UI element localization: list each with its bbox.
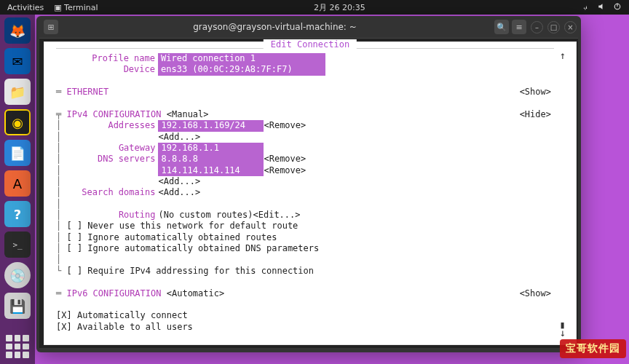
checkbox-ignore-dns[interactable]: [ ] [66,243,87,254]
nmtui-edit-connection: ↑ Edit Connection Profile name Wired con… [44,41,577,345]
dialog-title: Edit Connection [264,39,357,50]
ethernet-section: ETHERNET [66,87,108,98]
dns-remove-1[interactable]: <Remove> [264,165,306,176]
close-button[interactable]: × [564,21,577,33]
thunderbird-icon[interactable]: ✉ [4,48,31,74]
scroll-down-arrow[interactable]: ▮↓ [560,321,566,337]
ipv6-mode-select[interactable]: <Automatic> [167,288,224,299]
files-icon[interactable]: 📁 [4,79,31,105]
volume-icon[interactable] [597,2,606,13]
checkbox-ignore-routes[interactable]: [ ] [66,232,87,243]
save-icon[interactable]: 💾 [4,293,31,319]
terminal-icon: ▣ [54,3,61,12]
dns-input-0[interactable]: 8.8.8.8 [158,154,264,165]
profile-name-input[interactable]: Wired connection 1 [158,53,325,64]
dock: 🦊 ✉ 📁 ◉ 📄 A ? 💿 💾 [0,15,35,364]
maximize-button[interactable]: □ [547,21,560,33]
firefox-icon[interactable]: 🦊 [4,17,31,44]
rhythmbox-icon[interactable]: ◉ [4,109,31,135]
gateway-input[interactable]: 192.168.1.1 [158,143,264,154]
checkbox-all-users[interactable]: [X] [56,322,77,333]
checkbox-auto-connect[interactable]: [X] [56,310,77,321]
show-applications-icon[interactable] [6,335,29,358]
power-icon[interactable] [613,2,622,13]
ipv6-section: IPv6 CONFIGURATION [66,288,161,299]
active-app[interactable]: ▣ Terminal [54,3,98,12]
terminal-window: ⊞ grayson@grayson-virtual-machine: ~ 🔍 ≡… [36,16,581,352]
svg-rect-1 [617,3,617,7]
activities-button[interactable]: Activities [7,3,44,12]
terminal-launcher-icon[interactable] [4,232,31,258]
routing-edit[interactable]: <Edit...> [253,210,301,221]
dns-remove-0[interactable]: <Remove> [264,154,306,165]
profile-name-label: Profile name [56,53,158,64]
ubuntu-software-icon[interactable]: A [4,170,31,197]
address-input-0[interactable]: 192.168.1.169/24 [158,120,264,131]
device-input[interactable]: ens33 (00:0C:29:A8:7F:F7) [158,64,325,75]
help-icon[interactable]: ? [4,201,31,227]
terminal-body[interactable]: ↑ Edit Connection Profile name Wired con… [39,38,578,348]
dns-input-1[interactable]: 114.114.114.114 [158,165,264,176]
disk-icon[interactable]: 💿 [4,262,31,288]
ipv4-hide-button[interactable]: <Hide> [520,109,551,120]
addresses-label: Addresses [66,120,158,131]
address-add[interactable]: <Add...> [158,132,200,143]
clock[interactable]: 2月 26 20:35 [98,2,581,13]
watermark: 宝哥软件园 [560,339,626,358]
ethernet-show-button[interactable]: <Show> [520,87,551,98]
address-remove-0[interactable]: <Remove> [264,120,306,131]
libreoffice-writer-icon[interactable]: 📄 [4,140,31,166]
ipv4-section: IPv4 CONFIGURATION [66,109,161,120]
search-button[interactable]: 🔍 [494,20,509,34]
routing-label: Routing [66,210,158,221]
ipv6-show-button[interactable]: <Show> [520,288,551,299]
device-label: Device [56,64,158,75]
routing-value: (No custom routes) [158,210,253,221]
network-icon[interactable] [581,2,590,13]
menu-button[interactable]: ≡ [512,20,526,34]
scroll-up-arrow[interactable]: ↑ [560,50,566,63]
search-domains-label: Search domains [66,187,158,198]
checkbox-require-ipv4[interactable]: [ ] [66,266,87,277]
dns-add[interactable]: <Add...> [158,176,200,187]
search-domain-add[interactable]: <Add...> [158,187,200,198]
checkbox-default-route[interactable]: [ ] [66,221,87,232]
minimize-button[interactable]: – [531,21,543,33]
ipv4-mode-select[interactable]: <Manual> [167,109,209,120]
gateway-label: Gateway [66,143,158,154]
dns-label: DNS servers [66,154,158,165]
window-title: grayson@grayson-virtual-machine: ~ [58,22,491,32]
new-tab-button[interactable]: ⊞ [44,20,58,34]
